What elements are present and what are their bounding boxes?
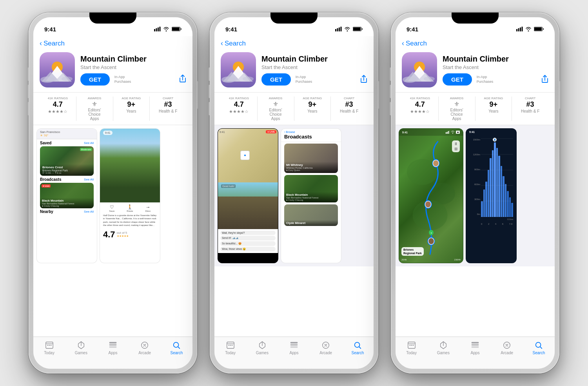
tab-games-2[interactable]: Games (246, 341, 278, 355)
app-subtitle-1: Start the Ascent (80, 64, 186, 70)
tab-apps-1[interactable]: Apps (97, 341, 129, 355)
notch-3 (452, 13, 499, 24)
svg-rect-15 (47, 345, 48, 346)
tab-search-2[interactable]: Search (342, 341, 374, 355)
age-value-1: 9+ (115, 100, 148, 109)
mini-screen-1a: San Francisco ☀ 76° Saved See All (36, 128, 97, 263)
svg-rect-81 (411, 345, 412, 346)
today-icon-1 (45, 341, 54, 350)
svg-rect-0 (154, 29, 155, 31)
wifi-icon-3 (525, 27, 532, 31)
app-icon-3 (402, 52, 437, 87)
tab-bar-1: Today Games Apps Arcade Search (33, 337, 192, 369)
back-label-2: Search (225, 40, 246, 47)
svg-point-75 (428, 238, 434, 244)
status-time-3: 9:41 (407, 26, 418, 33)
tab-bar-2: Today Games Apps Arcade Search (214, 337, 374, 369)
share-button-1[interactable] (179, 75, 186, 84)
app-name-1: Mountain Climber (80, 54, 186, 64)
status-icons-1 (154, 27, 181, 31)
app-actions-1: GET In-App Purchases (80, 73, 186, 86)
tab-games-3[interactable]: Games (427, 341, 459, 355)
tab-apps-label-1: Apps (109, 351, 118, 355)
app-header-3: Mountain Climber Start the Ascent GET In… (396, 49, 555, 93)
svg-rect-44 (290, 342, 298, 344)
wifi-icon-2 (344, 27, 350, 31)
phone-screen-2: 9:41 ‹ Search (214, 17, 374, 369)
apps-icon-1 (109, 341, 117, 350)
svg-point-11 (40, 76, 54, 83)
tab-arcade-3[interactable]: Arcade (491, 341, 523, 355)
tab-arcade-1[interactable]: Arcade (129, 341, 161, 355)
tab-today-1[interactable]: Today (33, 341, 65, 355)
tab-today-2[interactable]: Today (214, 341, 246, 355)
app-icon-1 (40, 52, 75, 87)
search-icon-3 (534, 341, 543, 350)
notch-2 (270, 13, 318, 24)
rating-chart-item-1: CHART #3 Health & F (150, 96, 186, 121)
svg-rect-84 (472, 342, 479, 344)
tab-games-label-2: Games (256, 351, 269, 355)
in-app-text-1: In-App Purchases (114, 75, 131, 84)
svg-rect-25 (335, 29, 336, 31)
tab-search-1[interactable]: Search (161, 341, 192, 355)
svg-rect-5 (172, 27, 180, 31)
mini-screen-2b: ‹ Browse Broadcasts Mt Whitney Whitney P… (281, 128, 341, 263)
share-button-2[interactable] (360, 75, 367, 84)
stars-1: ★★★★☆ (41, 109, 74, 114)
tab-apps-3[interactable]: Apps (459, 341, 491, 355)
tab-arcade-label-2: Arcade (319, 351, 332, 355)
tab-apps-2[interactable]: Apps (278, 341, 310, 355)
tab-search-label-1: Search (171, 351, 183, 355)
tab-search-label-2: Search (352, 351, 364, 355)
svg-rect-20 (109, 344, 116, 346)
app-header-2: Mountain Climber Start the Ascent GET In… (214, 49, 374, 93)
content-area-1: ‹ Search (33, 36, 192, 369)
get-button-2[interactable]: GET (261, 73, 291, 86)
app-info-1: Mountain Climber Start the Ascent GET In… (80, 54, 186, 86)
tab-today-label-1: Today (44, 351, 54, 355)
get-button-1[interactable]: GET (80, 73, 110, 86)
rating-count-label-1: 41K RATINGS (41, 96, 74, 100)
svg-rect-82 (412, 345, 414, 346)
tab-games-label-3: Games (437, 351, 450, 355)
svg-rect-45 (290, 344, 298, 346)
rating-awards-item-2: AWARDS ⚜ Editors'Choice Apps (258, 96, 294, 121)
rating-awards-item-1: AWARDS ⚜ Editors'Choice Apps (76, 96, 113, 121)
status-time-1: 9:41 (44, 26, 56, 33)
award-icon-1: ⚜ (78, 100, 111, 108)
tab-search-3[interactable]: Search (523, 341, 555, 355)
tab-games-1[interactable]: Games (65, 341, 97, 355)
chart-value-1: #3 (151, 100, 185, 109)
tab-arcade-2[interactable]: Arcade (310, 341, 342, 355)
tab-games-label-1: Games (75, 351, 87, 355)
share-button-3[interactable] (541, 75, 548, 84)
app-icon-2 (221, 52, 256, 87)
mini-screen-1b: 9:41 Briones Crest Briones Regional Park… (100, 128, 160, 263)
svg-rect-55 (534, 27, 542, 31)
svg-rect-53 (522, 27, 523, 31)
svg-rect-28 (341, 27, 342, 31)
ratings-row-3: 41K RATINGS 4.7 ★★★★☆ AWARDS ⚜ Editors'C… (396, 93, 555, 125)
tab-today-3[interactable]: Today (396, 341, 427, 355)
awards-sub-1: Apps (78, 117, 111, 121)
wifi-icon-1 (163, 27, 169, 31)
signal-icon-2 (335, 27, 342, 31)
screenshots-section-3: 9:41 ■ (396, 125, 555, 266)
games-icon-2 (258, 341, 267, 350)
back-nav-2[interactable]: ‹ Search (214, 36, 374, 49)
in-app-text-2: In-App Purchases (296, 75, 312, 84)
arcade-icon-3 (503, 341, 511, 350)
back-label-3: Search (406, 40, 427, 47)
svg-rect-52 (520, 27, 521, 31)
age-sub-1: Years (115, 109, 148, 113)
tab-bar-3: Today Games Apps Arcade Search (396, 337, 555, 369)
arcade-icon-1 (140, 341, 149, 350)
today-icon-2 (226, 341, 235, 350)
svg-text:▾: ▾ (431, 232, 432, 234)
app-info-2: Mountain Climber Start the Ascent GET In… (261, 54, 367, 86)
back-nav-3[interactable]: ‹ Search (396, 36, 555, 49)
svg-rect-17 (50, 345, 51, 346)
in-app-text-3: In-App Purchases (477, 75, 494, 84)
get-button-3[interactable]: GET (443, 73, 472, 86)
